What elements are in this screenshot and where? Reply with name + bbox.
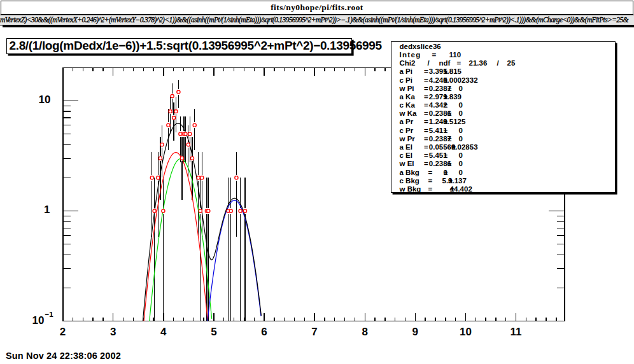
svg-text:3: 3 <box>110 326 116 338</box>
svg-text:8: 8 <box>362 326 367 338</box>
svg-text:2: 2 <box>60 326 66 338</box>
svg-text:7: 7 <box>311 326 317 338</box>
svg-text:10: 10 <box>32 314 45 326</box>
svg-text:4: 4 <box>160 326 167 338</box>
svg-text:9: 9 <box>412 326 418 338</box>
svg-text:−1: −1 <box>45 311 54 318</box>
svg-text:10: 10 <box>460 326 472 338</box>
svg-text:5: 5 <box>211 326 216 338</box>
svg-text:10: 10 <box>39 94 51 106</box>
svg-text:6: 6 <box>261 326 267 338</box>
svg-text:1: 1 <box>44 204 50 216</box>
svg-text:11: 11 <box>511 326 522 338</box>
